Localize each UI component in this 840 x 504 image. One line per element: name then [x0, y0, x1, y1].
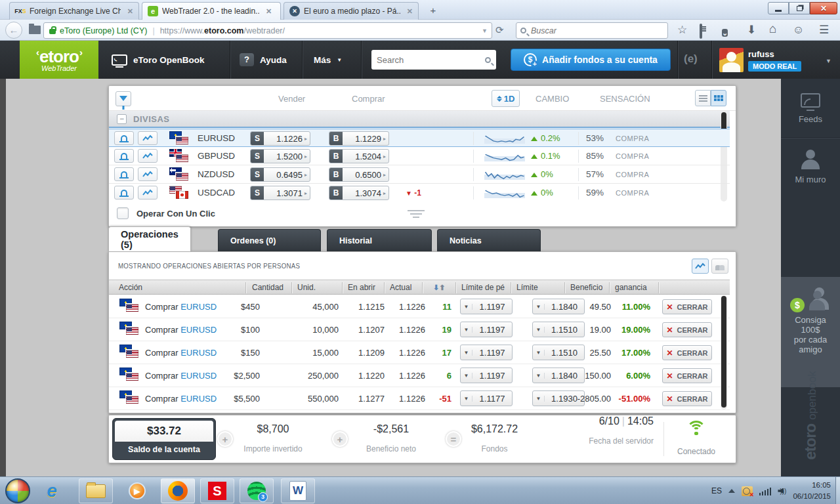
position-row[interactable]: Comprar EURUSD $5,500 550,000 1.1277 1.1… — [109, 387, 730, 410]
instrument-link[interactable]: EURUSD — [180, 348, 217, 358]
home-icon[interactable]: ⌂ — [769, 22, 776, 35]
alert-button[interactable] — [114, 186, 134, 200]
position-row[interactable]: Comprar EURUSD $100 10,000 1.1207 1.1226… — [109, 318, 730, 341]
stop-loss-dropdown[interactable]: ▼1.1197 — [460, 322, 513, 337]
browser-tab-fxstreet[interactable]: FXS Foreign Exchange Live Cha... ✕ — [9, 2, 139, 20]
chart-button[interactable] — [138, 149, 158, 163]
taskbar-s-app[interactable]: S — [200, 478, 234, 503]
platform-search[interactable] — [371, 50, 496, 70]
instrument-link[interactable]: EURUSD — [180, 371, 217, 381]
more-menu[interactable]: Más ▼ — [314, 41, 342, 79]
hidden-icons-chevron[interactable] — [728, 489, 735, 493]
etoro-bull-icon[interactable]: (e) — [684, 52, 698, 66]
instrument-symbol[interactable]: NZDUSD — [198, 169, 234, 179]
grid-view-button[interactable] — [711, 90, 726, 106]
add-funds-button[interactable]: $ Añadir fondos a su cuenta — [511, 49, 671, 71]
account-chevron-icon[interactable]: ▼ — [826, 58, 831, 64]
col-accion[interactable]: Acción — [119, 283, 142, 292]
stop-loss-dropdown[interactable]: ▼1.1197 — [460, 299, 513, 314]
alert-button[interactable] — [114, 167, 134, 181]
instrument-symbol[interactable]: USDCAD — [198, 188, 235, 198]
bookmarks-menu-icon[interactable] — [700, 25, 702, 38]
help-link[interactable]: ? Ayuda — [240, 41, 287, 79]
avatar[interactable] — [719, 48, 744, 72]
col-limite[interactable]: Límite — [516, 283, 538, 292]
sell-price-button[interactable]: S0.6495▸ — [250, 167, 310, 182]
scrollbar-thumb[interactable] — [721, 296, 726, 408]
browser-tab-euro-article[interactable]: ✕ El euro a medio plazo - Pá... ✕ — [284, 2, 419, 20]
resize-handle-icon[interactable] — [408, 208, 425, 220]
signal-bars-icon[interactable] — [759, 487, 772, 495]
site-identity[interactable]: eToro (Europe) Ltd (CY) — [60, 26, 147, 35]
col-en-abrir[interactable]: En abrir — [348, 283, 375, 292]
chart-button[interactable] — [138, 186, 158, 200]
instrument-row-eurusd[interactable]: EURUSD S1.1226▸ B1.1229▸ 0.2% 53% COMPRA — [109, 129, 730, 147]
filter-button[interactable] — [116, 91, 131, 106]
col-cantidad[interactable]: Cantidad — [252, 283, 284, 292]
chart-view-button[interactable] — [692, 259, 709, 274]
timeframe-button[interactable]: 1D — [492, 90, 520, 107]
sell-price-button[interactable]: S1.3071▸ — [250, 186, 310, 200]
instrument-row-nzdusd[interactable]: NZDUSD S0.6495▸ B0.6500▸ 0% 57% COMPRA — [109, 165, 730, 184]
taskbar-firefox[interactable] — [161, 478, 195, 503]
stop-loss-dropdown[interactable]: ▼1.1197 — [460, 368, 513, 383]
menu-hamburger-icon[interactable]: ☰ — [819, 24, 829, 37]
stop-loss-dropdown[interactable]: ▼1.1197 — [460, 345, 513, 360]
tab-operaciones[interactable]: Operaciones (5) — [108, 226, 191, 251]
instrument-link[interactable]: EURUSD — [180, 325, 217, 335]
close-position-button[interactable]: ✕CERRAR — [662, 391, 712, 406]
chart-button[interactable] — [138, 131, 158, 145]
ops-scrollbar[interactable] — [721, 295, 727, 410]
tab-close-icon[interactable]: ✕ — [127, 7, 133, 16]
browser-search-input[interactable] — [531, 26, 663, 35]
taskbar-internet-explorer[interactable]: e — [41, 480, 63, 502]
instrument-link[interactable]: EURUSD — [180, 302, 217, 312]
minimize-button[interactable] — [768, 2, 789, 14]
close-position-button[interactable]: ✕CERRAR — [662, 368, 712, 383]
col-limite-perdida[interactable]: Límite de pé — [461, 283, 509, 292]
col-actual[interactable]: Actual — [390, 283, 411, 292]
network-status-icon[interactable] — [742, 486, 753, 496]
alert-button[interactable] — [114, 131, 134, 145]
collapse-icon[interactable]: − — [117, 114, 127, 124]
one-click-checkbox[interactable] — [117, 207, 129, 219]
close-position-button[interactable]: ✕CERRAR — [662, 299, 712, 314]
taskbar-explorer[interactable] — [79, 478, 113, 503]
taskbar-clock[interactable]: 16:05 06/10/2015 — [793, 480, 837, 503]
openbook-link[interactable]: eToro OpenBook — [112, 41, 205, 79]
sidebar-item-feeds[interactable]: Feeds — [781, 93, 840, 124]
downloads-icon[interactable]: ⬇ — [747, 24, 756, 37]
tab-close-icon[interactable]: ✕ — [266, 7, 272, 16]
tab-noticias[interactable]: Noticias — [437, 229, 541, 251]
instrument-link[interactable]: EURUSD — [180, 394, 217, 404]
col-beneficio[interactable]: Beneficio — [570, 283, 602, 292]
pips-sort-icon[interactable]: ⬇⬆ — [433, 284, 445, 292]
language-indicator[interactable]: ES — [711, 486, 722, 495]
col-unid[interactable]: Unid. — [297, 283, 316, 292]
back-button[interactable]: ← — [5, 22, 22, 39]
browser-tab-webtrader[interactable]: e WebTrader 2.0 - the leadin... ✕ — [142, 2, 281, 20]
position-row[interactable]: Comprar EURUSD $450 45,000 1.1215 1.1226… — [109, 295, 730, 318]
volume-icon[interactable]: ))) — [778, 488, 786, 495]
buy-price-button[interactable]: B1.1229▸ — [329, 131, 389, 146]
instrument-row-gbpusd[interactable]: GBPUSD S1.5200▸ B1.5204▸ 0.1% 85% COMPRA — [109, 147, 730, 165]
new-tab-button[interactable]: + — [425, 5, 441, 17]
col-ganancia[interactable]: ganancia — [615, 283, 647, 292]
buy-price-button[interactable]: B1.5204▸ — [329, 149, 389, 163]
taskbar-spotify[interactable]: 3 — [240, 478, 274, 503]
buy-price-button[interactable]: B0.6500▸ — [329, 167, 389, 182]
browser-search[interactable] — [516, 22, 668, 39]
sell-price-button[interactable]: S1.5200▸ — [250, 149, 310, 163]
sidebar-item-mi-muro[interactable]: Mi muro — [781, 150, 840, 184]
close-button[interactable]: ✕ — [810, 2, 837, 14]
position-row[interactable]: Comprar EURUSD $150 15,000 1.1209 1.1226… — [109, 341, 730, 364]
bookmark-folder-icon[interactable] — [29, 26, 41, 34]
list-view-button[interactable] — [695, 90, 711, 106]
pocket-icon[interactable]: ⌄ — [722, 26, 728, 39]
restore-button[interactable] — [789, 2, 810, 14]
buy-price-button[interactable]: B1.3074▸ — [329, 186, 389, 200]
taskbar-word[interactable]: W — [281, 478, 315, 503]
close-position-button[interactable]: ✕CERRAR — [662, 322, 712, 337]
instrument-symbol[interactable]: EURUSD — [198, 133, 235, 143]
alert-button[interactable] — [114, 149, 134, 163]
